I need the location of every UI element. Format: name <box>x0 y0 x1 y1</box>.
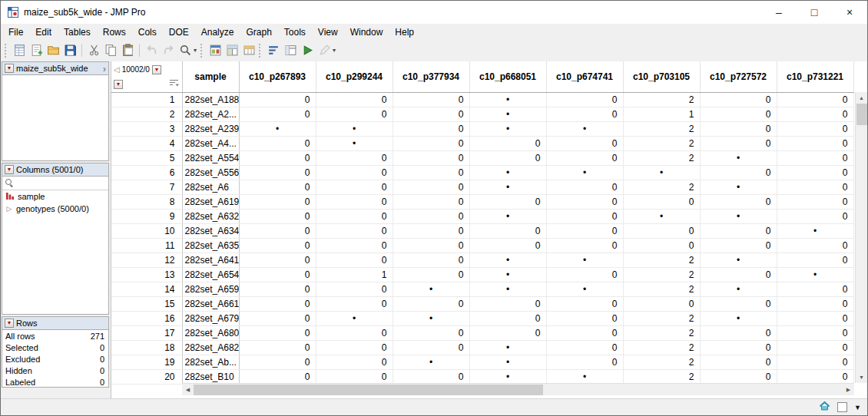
data-cell[interactable]: 0 <box>239 223 316 238</box>
data-cell[interactable]: 0 <box>316 92 393 107</box>
data-cell[interactable]: 0 <box>393 107 469 121</box>
home-window-icon[interactable] <box>819 401 830 414</box>
data-cell[interactable]: 0 <box>546 223 623 238</box>
row-number-cell[interactable]: 9 <box>111 209 182 223</box>
vertical-scrollbar[interactable]: ▲ ▼ <box>855 92 867 383</box>
sample-cell[interactable]: 282set_A634 <box>182 223 239 238</box>
data-cell[interactable]: 0 <box>393 194 469 209</box>
data-cell[interactable]: • <box>469 253 546 267</box>
row-number-cell[interactable]: 1 <box>111 92 182 107</box>
undo-icon[interactable] <box>143 42 160 59</box>
data-cell[interactable]: 0 <box>546 107 623 121</box>
data-cell[interactable]: 0 <box>393 296 469 311</box>
data-cell[interactable]: 0 <box>393 92 469 107</box>
row-number-cell[interactable]: 11 <box>111 238 182 253</box>
data-cell[interactable]: 2 <box>623 267 700 282</box>
data-cell[interactable]: 0 <box>777 311 853 325</box>
data-cell[interactable]: 0 <box>700 340 777 355</box>
sample-cell[interactable]: 282set_B10 <box>182 369 239 384</box>
sample-cell[interactable]: 282set_A556 <box>182 165 239 180</box>
vertical-scroll-thumb[interactable] <box>856 104 867 125</box>
row-number-cell[interactable]: 5 <box>111 150 182 165</box>
data-cell[interactable]: 2 <box>623 369 700 384</box>
data-cell[interactable]: 0 <box>316 238 393 253</box>
row-number-cell[interactable]: 2 <box>111 107 182 121</box>
data-cell[interactable]: 0 <box>777 340 853 355</box>
status-menu-icon[interactable]: ▼ <box>854 404 861 411</box>
data-cell[interactable]: • <box>546 369 623 384</box>
data-cell[interactable]: 0 <box>623 194 700 209</box>
data-cell[interactable]: 0 <box>546 238 623 253</box>
window-list-toggle[interactable] <box>837 402 847 412</box>
data-cell[interactable]: 0 <box>546 209 623 223</box>
data-cell[interactable]: 0 <box>546 267 623 282</box>
data-cell[interactable]: 0 <box>777 180 853 194</box>
data-cell[interactable]: 0 <box>393 165 469 180</box>
data-cell[interactable]: 0 <box>393 150 469 165</box>
data-cell[interactable]: 0 <box>777 165 853 180</box>
data-cell[interactable]: 0 <box>239 355 316 369</box>
data-cell[interactable]: 0 <box>239 180 316 194</box>
sample-cell[interactable]: 282set_A2... <box>182 107 239 121</box>
menu-item[interactable]: Rows <box>97 25 132 39</box>
scroll-right-icon[interactable]: ▶ <box>843 384 854 396</box>
data-cell[interactable]: 0 <box>546 311 623 325</box>
data-cell[interactable]: • <box>469 355 546 369</box>
data-cell[interactable]: 0 <box>700 223 777 238</box>
rows-stat-row[interactable]: Labeled 0 <box>2 376 108 388</box>
data-cell[interactable]: 0 <box>469 311 546 325</box>
table-red-triangle-icon[interactable]: ▼ <box>5 64 14 73</box>
data-cell[interactable]: 0 <box>546 180 623 194</box>
data-cell[interactable]: 0 <box>469 136 546 150</box>
data-cell[interactable]: 0 <box>316 296 393 311</box>
column-header[interactable]: c10_p674741 <box>546 61 623 92</box>
scroll-left-icon[interactable]: ◀ <box>182 384 194 396</box>
data-cell[interactable]: 0 <box>700 355 777 369</box>
sample-cell[interactable]: 282set_A679 <box>182 311 239 325</box>
data-cell[interactable]: 0 <box>239 238 316 253</box>
formula-icon[interactable] <box>316 42 333 59</box>
data-cell[interactable]: • <box>469 92 546 107</box>
data-cell[interactable]: 0 <box>777 136 853 150</box>
data-cell[interactable]: 0 <box>469 223 546 238</box>
data-cell[interactable]: 0 <box>546 92 623 107</box>
row-number-cell[interactable]: 19 <box>111 355 182 369</box>
maximize-button[interactable]: □ <box>797 1 832 24</box>
sample-cell[interactable]: 282set_A619 <box>182 194 239 209</box>
column-list-item-genotypes[interactable]: ▷ genotypes (5000/0) <box>2 203 108 215</box>
column-header[interactable]: c10_p727572 <box>700 61 777 92</box>
data-cell[interactable]: 0 <box>239 369 316 384</box>
data-cell[interactable]: 0 <box>777 194 853 209</box>
data-cell[interactable]: 2 <box>623 136 700 150</box>
data-cell[interactable]: 0 <box>239 136 316 150</box>
data-cell[interactable]: • <box>469 340 546 355</box>
sample-cell[interactable]: 282set_A6 <box>182 180 239 194</box>
new-script-icon[interactable] <box>28 42 45 59</box>
data-cell[interactable]: 0 <box>239 92 316 107</box>
column-header[interactable]: c10_p668051 <box>469 61 546 92</box>
sample-cell[interactable]: 282set_A680 <box>182 325 239 340</box>
row-number-cell[interactable]: 18 <box>111 340 182 355</box>
data-cell[interactable]: 0 <box>546 296 623 311</box>
data-cell[interactable]: 0 <box>316 355 393 369</box>
close-button[interactable]: × <box>832 1 867 24</box>
data-cell[interactable]: • <box>393 282 469 296</box>
data-cell[interactable]: • <box>469 121 546 136</box>
run-script-icon[interactable] <box>299 42 316 59</box>
column-group-expand-icon[interactable]: ▷ <box>5 205 13 213</box>
data-cell[interactable]: • <box>700 150 777 165</box>
data-cell[interactable]: 0 <box>316 150 393 165</box>
data-cell[interactable]: 0 <box>777 92 853 107</box>
data-cell[interactable]: 2 <box>623 150 700 165</box>
data-cell[interactable]: 0 <box>700 325 777 340</box>
minimize-button[interactable]: – <box>761 1 797 24</box>
data-cell[interactable]: • <box>316 136 393 150</box>
data-cell[interactable]: 0 <box>239 325 316 340</box>
sample-cell[interactable]: 282set_A554 <box>182 150 239 165</box>
rows-stat-row[interactable]: Excluded 0 <box>2 353 108 365</box>
sample-cell[interactable]: 282set_A239 <box>182 121 239 136</box>
data-cell[interactable]: 0 <box>469 296 546 311</box>
data-cell[interactable]: 0 <box>316 369 393 384</box>
rows-red-triangle-icon[interactable]: ▼ <box>5 319 14 328</box>
data-cell[interactable]: 0 <box>546 355 623 369</box>
